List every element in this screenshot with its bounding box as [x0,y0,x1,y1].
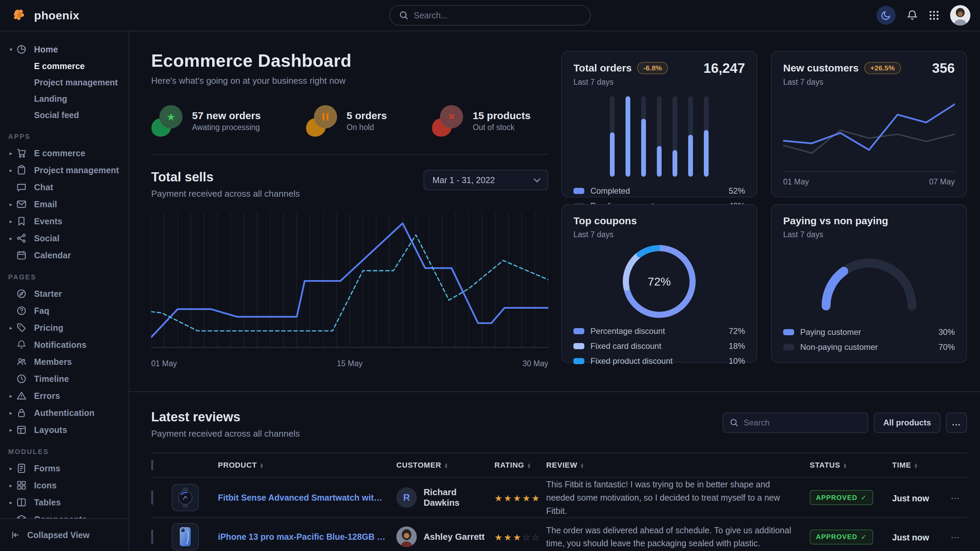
column-status[interactable]: STATUS▲▼ [810,453,892,478]
notifications-button[interactable] [907,10,918,21]
sidebar-item-events[interactable]: ▸ Events [0,213,129,230]
share-nodes-icon [16,233,28,243]
apps-menu-button[interactable] [929,10,939,21]
orders-bar-chart [573,96,745,177]
sidebar-item-project-management-home[interactable]: Project management [0,74,129,91]
review-time: Just now [892,533,929,542]
sidebar-item-timeline[interactable]: Timeline [0,370,129,387]
main-content: Ecommerce Dashboard Here's what's going … [129,31,980,551]
customer-name: Richard Dawkins [423,487,495,508]
product-link[interactable]: iPhone 13 pro max-Pacific Blue-128GB sto… [218,532,396,542]
collapse-sidebar-button[interactable]: Collapsed View [0,518,129,551]
sidebar-item-forms[interactable]: ▸ Forms [0,460,129,477]
stat-new-orders: ★ 57 new orders Awating processing [151,105,261,137]
review-text: This Fitbit is fantastic! I was trying t… [546,478,810,517]
sidebar-item-tables[interactable]: ▸ Tables [0,494,129,511]
top-navbar: phoenix [0,0,980,31]
sidebar-item-layouts[interactable]: ▸ Layouts [0,421,129,438]
total-sells-subtitle: Payment received across all channels [151,189,300,199]
new-customers-card: New customers +26.5% 356 Last 7 days 01 … [771,51,967,197]
caret-right-icon: ▸ [7,201,15,208]
sidebar-item-project-management-app[interactable]: ▸ Project management [0,162,129,179]
caret-right-icon: ▸ [7,427,15,433]
sidebar-item-chat[interactable]: Chat [0,179,129,196]
legend-swatch [783,329,794,335]
review-time: Just now [892,494,929,503]
caret-right-icon: ▸ [7,465,15,472]
rating-stars: ★★★★★ [495,493,541,503]
select-all-checkbox[interactable] [151,460,153,470]
rating-stars: ★★★☆☆ [495,532,541,543]
sidebar-item-social[interactable]: ▸ Social [0,230,129,247]
reviews-search[interactable] [722,413,868,433]
caret-right-icon: ▸ [7,482,15,489]
customer-avatar[interactable]: R [396,487,417,508]
stat-orders-on-hold: 5 orders On hold [306,105,387,137]
column-rating[interactable]: RATING▲▼ [495,453,546,478]
reviews-title: Latest reviews [151,410,300,424]
row-checkbox[interactable] [151,530,153,544]
reviews-search-input[interactable] [744,418,861,427]
caret-right-icon: ▸ [7,218,15,225]
sidebar-item-home[interactable]: ▾ Home [0,41,129,58]
reviews-subtitle: Payment received across all channels [151,429,300,439]
sidebar-item-ecommerce-home[interactable]: E commerce [0,58,129,74]
sort-icon: ▲▼ [527,463,531,468]
product-thumbnail-smartwatch[interactable] [172,484,199,511]
legend-swatch [573,343,584,349]
brand-logo[interactable]: phoenix [0,7,129,24]
sidebar-item-icons[interactable]: ▸ Icons [0,477,129,494]
sidebar-item-ecommerce-app[interactable]: ▸ E commerce [0,144,129,162]
sidebar-item-email[interactable]: ▸ Email [0,196,129,213]
new-customers-value: 356 [932,60,955,76]
dark-mode-toggle[interactable] [877,6,896,25]
navbar-search[interactable] [389,5,591,25]
sidebar-item-starter[interactable]: Starter [0,285,129,302]
product-link[interactable]: Fitbit Sense Advanced Smartwatch with To… [218,493,396,503]
column-review[interactable]: REVIEW▲▼ [546,453,810,478]
total-sells-chart: 01 May 15 May 30 May [151,213,548,368]
sidebar-item-members[interactable]: Members [0,353,129,370]
caret-right-icon: ▸ [7,150,15,157]
row-checkbox[interactable] [151,491,153,505]
table-row: iPhone 13 pro max-Pacific Blue-128GB sto… [151,518,967,551]
sort-icon: ▲▼ [580,463,585,468]
customer-name: Ashley Garrett [423,532,485,542]
caret-right-icon: ▸ [7,393,15,399]
column-product[interactable]: PRODUCT▲▼ [218,453,396,478]
all-products-button[interactable]: All products [874,413,940,433]
sidebar-item-components[interactable]: ▸ Components [0,511,129,518]
navbar-search-input[interactable] [414,11,581,21]
column-time[interactable]: TIME▲▼ [892,453,951,478]
review-text: The order was delivered ahead of schedul… [546,524,810,550]
collapse-arrow-icon [11,530,21,540]
total-orders-value: 16,247 [703,60,745,76]
warning-triangle-icon [16,391,28,401]
legend-swatch [783,344,794,350]
date-range-select[interactable]: Mar 1 - 31, 2022 [423,170,548,190]
column-customer[interactable]: CUSTOMER▲▼ [396,453,495,478]
row-menu-button[interactable]: ⋯ [951,493,960,503]
caret-right-icon: ▸ [7,235,15,241]
sidebar-item-notifications[interactable]: Notifications [0,336,129,353]
sidebar-item-pricing[interactable]: ▸ Pricing [0,319,129,336]
grid-squares-icon [16,480,28,491]
reviews-more-button[interactable]: ... [946,413,967,433]
product-thumbnail-iphone[interactable] [172,523,199,550]
kpi-cards: Total orders -6.8% 16,247 Last 7 days Co… [561,51,967,363]
sidebar-item-landing[interactable]: Landing [0,91,129,107]
section-label-modules: MODULES [8,448,129,456]
caret-down-icon: ▾ [7,46,15,53]
caret-right-icon: ▸ [7,499,15,506]
customer-avatar[interactable] [396,527,417,547]
user-avatar[interactable] [950,5,970,25]
sidebar-item-errors[interactable]: ▸ Errors [0,387,129,404]
sidebar-item-social-feed[interactable]: Social feed [0,107,129,123]
total-orders-card: Total orders -6.8% 16,247 Last 7 days Co… [561,51,757,197]
sidebar-item-faq[interactable]: Faq [0,302,129,319]
status-badge: APPROVED✓ [810,530,873,545]
row-menu-button[interactable]: ⋯ [951,532,960,543]
reviews-table: PRODUCT▲▼ CUSTOMER▲▼ RATING▲▼ REVIEW▲▼ S… [151,453,967,551]
sidebar-item-authentication[interactable]: ▸ Authentication [0,404,129,421]
sidebar-item-calendar[interactable]: Calendar [0,247,129,264]
